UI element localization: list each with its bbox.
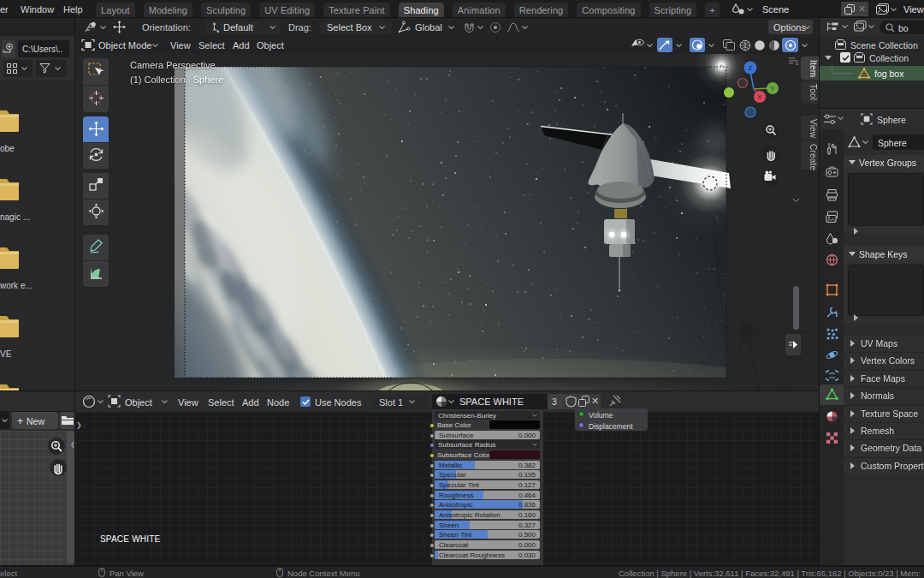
svg-text:X: X xyxy=(757,93,762,101)
svg-text:Y: Y xyxy=(770,85,775,92)
svg-text:Z: Z xyxy=(749,64,753,72)
